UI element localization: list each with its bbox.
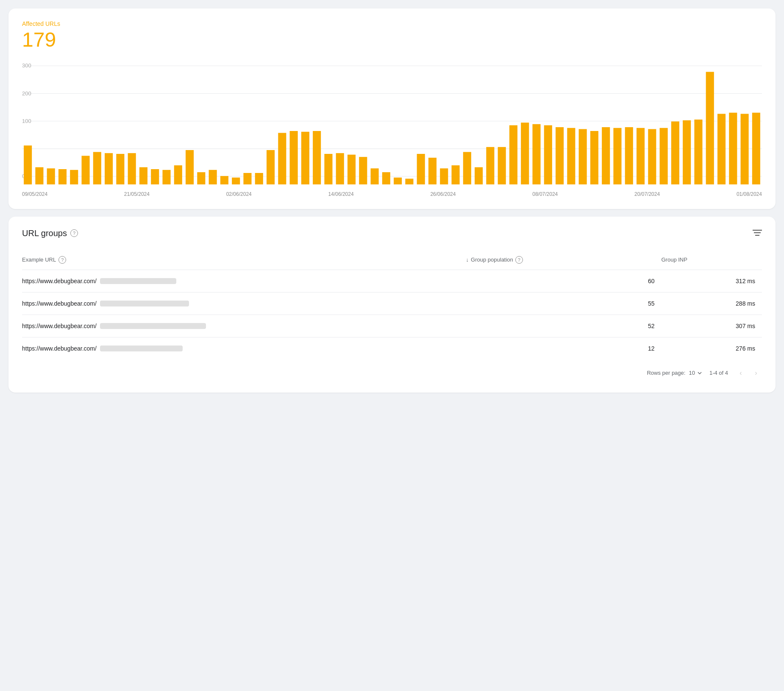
td-inp-1: 288 ms	[662, 292, 762, 315]
x-label-6: 08/07/2024	[532, 191, 558, 197]
td-inp-3: 276 ms	[662, 337, 762, 359]
sort-arrow-icon: ↓	[466, 256, 469, 263]
affected-urls-count: 179	[22, 29, 762, 51]
td-population-3: 12	[466, 337, 662, 359]
rows-per-page-select[interactable]: 10	[689, 370, 702, 376]
group-population-help-icon[interactable]: ?	[515, 256, 523, 264]
th-group-inp: Group INP	[662, 252, 762, 270]
th-example-url: Example URL ?	[22, 252, 466, 270]
help-icon[interactable]: ?	[70, 229, 78, 237]
next-page-button[interactable]: ›	[750, 367, 762, 379]
rows-per-page-label: Rows per page:	[647, 370, 685, 376]
table-body: https://www.debugbear.com/ 60 312 ms htt…	[22, 270, 762, 359]
affected-urls-card: Affected URLs 179 300 200 100 0 09/05/20…	[8, 8, 776, 209]
td-url-1: https://www.debugbear.com/	[22, 293, 466, 315]
x-label-2: 21/05/2024	[124, 191, 150, 197]
url-blur-0	[100, 278, 176, 284]
groups-title: URL groups	[22, 228, 67, 238]
td-population-1: 55	[466, 292, 662, 315]
pagination: Rows per page: 10 1-4 of 4 ‹ ›	[22, 359, 762, 381]
x-axis-labels: 09/05/2024 21/05/2024 02/06/2024 14/06/2…	[22, 189, 762, 197]
url-text-1: https://www.debugbear.com/	[22, 300, 97, 307]
table-row[interactable]: https://www.debugbear.com/ 55 288 ms	[22, 292, 762, 315]
bar-chart: 300 200 100 0	[22, 61, 762, 189]
filter-icon[interactable]	[753, 229, 762, 238]
td-inp-2: 307 ms	[662, 315, 762, 337]
chevron-down-icon	[697, 370, 703, 376]
td-url-0: https://www.debugbear.com/	[22, 270, 466, 292]
rows-per-page-value: 10	[689, 370, 695, 376]
td-inp-0: 312 ms	[662, 270, 762, 292]
td-population-0: 60	[466, 270, 662, 292]
td-url-3: https://www.debugbear.com/	[22, 337, 466, 359]
page-info: 1-4 of 4	[709, 370, 728, 376]
td-population-2: 52	[466, 315, 662, 337]
url-blur-1	[100, 301, 189, 306]
table-row[interactable]: https://www.debugbear.com/ 60 312 ms	[22, 270, 762, 292]
table-row[interactable]: https://www.debugbear.com/ 12 276 ms	[22, 337, 762, 359]
x-label-7: 20/07/2024	[634, 191, 660, 197]
x-label-1: 09/05/2024	[22, 191, 47, 197]
prev-page-button[interactable]: ‹	[735, 367, 747, 379]
url-groups-card: URL groups ? Example URL ?	[8, 217, 776, 393]
example-url-help-icon[interactable]: ?	[58, 256, 66, 264]
x-label-5: 26/06/2024	[430, 191, 456, 197]
groups-title-area: URL groups ?	[22, 228, 78, 238]
rows-per-page: Rows per page: 10	[647, 370, 703, 376]
affected-urls-label: Affected URLs	[22, 20, 762, 27]
x-label-4: 14/06/2024	[328, 191, 354, 197]
table-header: Example URL ? ↓ Group population ? Group…	[22, 252, 762, 270]
th-group-population: ↓ Group population ?	[466, 252, 662, 270]
url-blur-2	[100, 323, 206, 329]
groups-header: URL groups ?	[22, 228, 762, 238]
url-text-3: https://www.debugbear.com/	[22, 345, 97, 352]
url-text-2: https://www.debugbear.com/	[22, 323, 97, 329]
td-url-2: https://www.debugbear.com/	[22, 315, 466, 337]
url-text-0: https://www.debugbear.com/	[22, 278, 97, 284]
table-row[interactable]: https://www.debugbear.com/ 52 307 ms	[22, 315, 762, 337]
url-blur-3	[100, 346, 183, 351]
x-label-3: 02/06/2024	[226, 191, 252, 197]
page-nav: ‹ ›	[735, 367, 762, 379]
x-label-8: 01/08/2024	[737, 191, 762, 197]
url-groups-table: Example URL ? ↓ Group population ? Group…	[22, 252, 762, 359]
